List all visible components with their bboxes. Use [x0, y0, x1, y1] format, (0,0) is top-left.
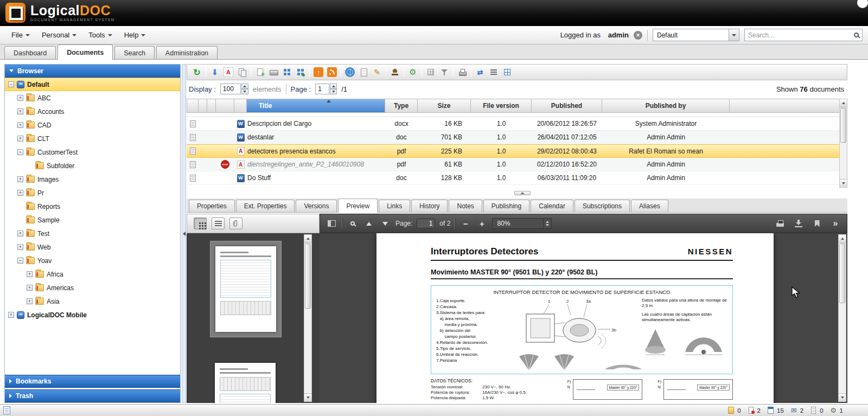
tree-item[interactable]: LogicalDOC Mobile [5, 308, 180, 322]
browser-section-header[interactable]: Browser [5, 65, 180, 78]
tree-expander-icon[interactable] [8, 312, 14, 318]
scan-icon[interactable] [269, 67, 278, 77]
menu-item[interactable]: Tools [82, 29, 118, 42]
scrollbar-thumb[interactable] [305, 244, 311, 309]
panel-resize-grip[interactable] [514, 191, 531, 195]
separator-icon[interactable] [471, 67, 471, 77]
column-header-icon[interactable] [234, 99, 247, 113]
export-icon[interactable] [475, 67, 485, 77]
main-tab[interactable]: Dashboard [4, 46, 56, 59]
detail-tab[interactable]: Calendar [531, 200, 573, 212]
zoom-select-arrows[interactable] [543, 219, 551, 228]
document-row[interactable]: destanlar doc 701 KB 1.0 26/04/2011 07:1… [187, 131, 847, 144]
tree-item[interactable]: ABC [5, 91, 180, 105]
scrollbar-thumb[interactable] [840, 108, 846, 143]
tree-item[interactable]: Reports [5, 200, 180, 213]
tree-expander-icon[interactable] [17, 136, 23, 142]
scrollbar-thumb[interactable] [839, 244, 845, 303]
dropspot-icon[interactable] [345, 67, 355, 77]
document-row[interactable]: Descripcion del Cargo docx 16 KB 1.0 20/… [187, 117, 847, 131]
bulk-checkout-icon[interactable] [282, 67, 292, 77]
detail-tab[interactable]: Notes [449, 200, 482, 212]
tree-expander-icon[interactable] [17, 258, 23, 264]
tree-expander-icon[interactable] [8, 81, 14, 87]
list-view-icon[interactable] [489, 67, 499, 77]
tree-item[interactable]: Accounts [5, 105, 180, 118]
workspace-selector[interactable]: Default [653, 29, 739, 41]
find-button[interactable] [347, 217, 359, 230]
stepper-up-button[interactable] [330, 84, 337, 89]
main-tab[interactable]: Documents [58, 44, 113, 60]
tree-expander-icon[interactable] [17, 122, 23, 128]
list-view-button[interactable] [212, 217, 225, 229]
detail-tab[interactable]: Ext. Properties [236, 200, 295, 212]
tree-item[interactable]: Sample [5, 213, 180, 227]
separator-icon[interactable] [206, 67, 206, 77]
feed-icon[interactable] [327, 67, 337, 77]
tree-item[interactable]: CustomerTest [5, 145, 180, 159]
tree-expander-icon[interactable] [17, 244, 23, 250]
tree-item[interactable]: Americas [5, 281, 180, 295]
grid-view-icon[interactable] [502, 67, 512, 77]
bulk-update-icon[interactable] [296, 67, 305, 77]
column-header-file-version[interactable]: File version [471, 99, 532, 113]
menu-item[interactable]: File [5, 29, 36, 42]
grid-scrollbar[interactable] [839, 99, 847, 188]
form-icon[interactable] [359, 67, 368, 77]
display-count-input[interactable] [220, 84, 241, 94]
column-header-blank[interactable] [199, 99, 207, 113]
tree-item[interactable]: Subfolder [5, 159, 180, 172]
more-tools-button[interactable] [829, 217, 841, 230]
column-header-blank[interactable] [207, 99, 216, 113]
tree-expander-icon[interactable] [17, 176, 23, 182]
column-header-indicator[interactable] [216, 99, 234, 113]
search-input[interactable] [748, 31, 854, 39]
bookmark-button[interactable] [811, 217, 823, 230]
grid-view-button[interactable] [194, 217, 207, 229]
download-icon[interactable] [210, 67, 220, 77]
scroll-down-button[interactable] [304, 393, 311, 401]
tree-item[interactable]: Yoav [5, 254, 180, 267]
zoom-out-button[interactable] [459, 217, 471, 230]
tree-expander-icon[interactable] [17, 149, 23, 155]
tree-expander-icon[interactable] [17, 231, 23, 236]
tree-item[interactable]: Asia [5, 295, 180, 308]
column-header-title[interactable]: Title [247, 99, 385, 113]
detail-tab[interactable]: Versions [296, 200, 337, 212]
separator-icon[interactable] [309, 67, 310, 77]
scroll-up-button[interactable] [840, 99, 847, 107]
separator-icon[interactable] [404, 67, 404, 77]
detail-tab[interactable]: Links [379, 200, 410, 212]
convert-icon[interactable] [237, 67, 247, 77]
tree-item[interactable]: CLT [5, 132, 180, 145]
tree-expander-icon[interactable] [27, 271, 33, 277]
tree-expander-icon[interactable] [27, 285, 33, 291]
scroll-down-button[interactable] [839, 393, 846, 401]
tree-expander-icon[interactable] [17, 190, 23, 196]
logout-icon[interactable] [634, 31, 642, 40]
next-page-button[interactable] [379, 217, 391, 230]
stamp-icon[interactable] [390, 67, 400, 77]
document-row[interactable]: detectores presencia estancos pdf 225 KB… [187, 144, 847, 158]
zoom-in-button[interactable] [476, 217, 488, 230]
separator-icon[interactable] [251, 67, 251, 77]
tree-item[interactable]: CAD [5, 118, 180, 132]
pdf-viewer[interactable]: Interruptores Detectores NIESSEN Movimie… [320, 233, 847, 403]
main-tab[interactable]: Administration [156, 46, 218, 59]
page-input[interactable] [315, 84, 329, 94]
viewer-page-input[interactable] [417, 219, 435, 228]
menu-item[interactable]: Help [118, 29, 152, 42]
separator-icon[interactable] [453, 67, 454, 77]
attachment-button[interactable] [229, 217, 242, 229]
thumbnail-scrollbar[interactable] [304, 234, 312, 402]
tree-item[interactable]: Africa [5, 267, 180, 281]
scroll-down-button[interactable] [840, 179, 847, 187]
menu-item[interactable]: Personal [36, 29, 82, 42]
download-button[interactable] [793, 217, 805, 230]
print-button[interactable] [774, 217, 786, 230]
scroll-up-button[interactable] [304, 235, 311, 243]
detail-tab[interactable]: Properties [189, 200, 235, 212]
trash-section-header[interactable]: Trash [5, 389, 180, 402]
checkin-icon[interactable] [314, 67, 323, 77]
tree-expander-icon[interactable] [17, 203, 23, 209]
